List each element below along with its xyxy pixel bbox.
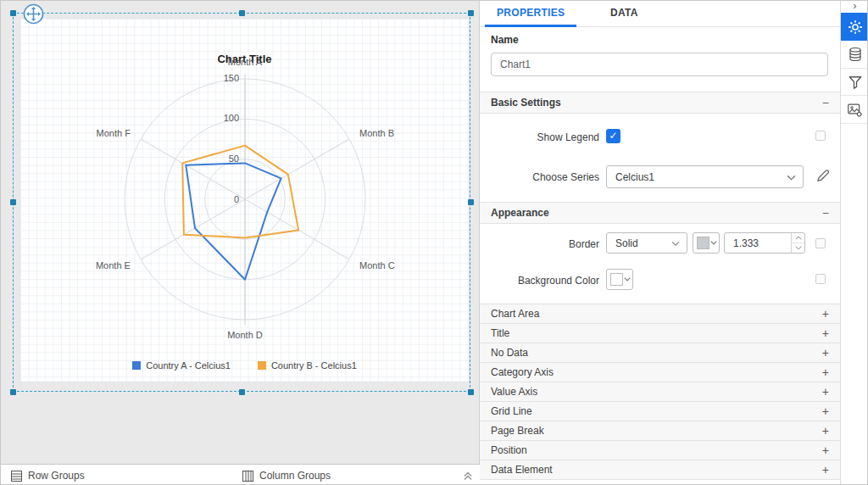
resize-handle-nw[interactable] [10, 10, 16, 16]
chevron-down-icon [787, 175, 796, 181]
border-width-value: 1.333 [733, 237, 759, 249]
row-groups-label: Row Groups [28, 470, 85, 482]
expand-icon[interactable]: + [822, 443, 829, 457]
expand-icon[interactable]: + [822, 404, 829, 418]
value-tick-label: 150 [224, 73, 239, 83]
accordion-section-chart-area[interactable]: Chart Area+ [480, 304, 840, 324]
spinner-up-icon[interactable] [792, 233, 804, 243]
panel-tabbar: PROPERTIES DATA [480, 1, 840, 27]
accordion-section-page-break[interactable]: Page Break+ [480, 421, 840, 441]
accordion-section-value-axis[interactable]: Value Axis+ [480, 382, 840, 402]
database-icon [848, 47, 863, 62]
filter-button[interactable] [841, 69, 868, 96]
move-icon[interactable] [22, 3, 45, 25]
axis-spoke [141, 139, 245, 199]
value-tick-label: 100 [224, 113, 239, 123]
section-basic-settings[interactable]: Basic Settings − [480, 92, 840, 114]
choose-series-dropdown[interactable]: Celcius1 [606, 165, 804, 188]
chevron-down-icon [710, 241, 717, 245]
row-groups[interactable]: Row Groups [11, 465, 85, 485]
show-legend-expression-box[interactable] [815, 131, 826, 141]
chart-legend: Country A - Celcius1Country B - Celcius1 [20, 360, 469, 371]
border-width-input[interactable]: 1.333 [724, 232, 805, 254]
tab-properties[interactable]: PROPERTIES [485, 1, 576, 27]
grouping-bar: Row Groups Column Groups [1, 464, 480, 485]
data-source-button[interactable] [841, 41, 868, 69]
resize-handle-e[interactable] [468, 199, 474, 205]
category-label: Month B [359, 128, 394, 138]
accordion-section-no-data[interactable]: No Data+ [480, 343, 840, 363]
image-gear-icon [847, 102, 863, 118]
properties-gear-button[interactable] [841, 13, 868, 41]
show-legend-checkbox[interactable]: ✓ [606, 129, 620, 143]
border-style-value: Solid [615, 237, 638, 249]
expand-icon[interactable]: + [822, 424, 829, 438]
border-width-spinner [791, 233, 804, 253]
accordion-section-label: Position [491, 444, 527, 456]
series-polygon-country-a-celcius1[interactable] [186, 163, 281, 279]
background-color-swatch [610, 273, 623, 286]
category-label: Month A [228, 57, 263, 67]
expand-icon[interactable]: + [822, 463, 829, 477]
category-label: Month D [227, 330, 263, 340]
legend-swatch [258, 361, 266, 370]
expand-icon[interactable]: + [822, 385, 829, 399]
background-color-picker[interactable] [606, 269, 633, 290]
category-label: Month C [359, 260, 395, 270]
panel-collapse-chevron-icon[interactable]: › [841, 1, 868, 13]
expand-icon[interactable]: + [822, 365, 829, 379]
accordion-section-position[interactable]: Position+ [480, 441, 840, 460]
resize-handle-s[interactable] [239, 389, 245, 395]
design-canvas[interactable]: Chart Title 050100150Month AMonth BMonth… [1, 1, 480, 464]
collapse-groups-icon[interactable] [462, 470, 474, 482]
report-page[interactable]: Chart Title 050100150Month AMonth BMonth… [19, 18, 470, 382]
expand-icon[interactable]: + [822, 307, 829, 321]
column-groups-icon [242, 471, 253, 482]
accordion-section-title[interactable]: Title+ [480, 324, 840, 343]
accordion-section-label: Data Element [491, 464, 553, 476]
value-tick-label: 0 [234, 194, 239, 204]
accordion-section-data-element[interactable]: Data Element+ [480, 460, 840, 480]
legend-swatch [132, 361, 141, 370]
accordion-section-label: No Data [491, 347, 528, 359]
column-groups[interactable]: Column Groups [242, 465, 331, 485]
accordion-section-category-axis[interactable]: Category Axis+ [480, 363, 840, 382]
border-style-dropdown[interactable]: Solid [606, 232, 687, 254]
border-expression-box[interactable] [815, 238, 826, 248]
section-appearance[interactable]: Appearance − [480, 202, 840, 224]
resize-handle-sw[interactable] [10, 389, 16, 395]
choose-series-label: Choose Series [480, 171, 599, 183]
name-input[interactable] [491, 53, 828, 76]
resize-handle-n[interactable] [239, 10, 245, 16]
collapse-icon[interactable]: − [822, 96, 829, 109]
background-color-expression-box[interactable] [815, 274, 826, 284]
chevron-down-icon [671, 241, 680, 246]
accordion-section-label: Value Axis [491, 386, 537, 398]
tab-data[interactable]: DATA [598, 1, 650, 27]
radar-chart[interactable]: 050100150Month AMonth BMonth CMonth DMon… [20, 19, 470, 383]
spinner-down-icon[interactable] [792, 243, 804, 254]
border-color-swatch [697, 237, 709, 249]
border-label: Border [480, 238, 599, 250]
expand-icon[interactable]: + [822, 346, 829, 360]
border-color-picker[interactable] [693, 232, 720, 254]
check-icon: ✓ [609, 130, 617, 142]
resize-handle-se[interactable] [468, 389, 474, 395]
expand-icon[interactable]: + [822, 326, 829, 340]
accordion-section-grid-line[interactable]: Grid Line+ [480, 402, 840, 421]
accordion-section-label: Grid Line [491, 405, 532, 417]
accordion-section-label: Chart Area [491, 308, 539, 320]
image-settings-button[interactable] [841, 96, 868, 124]
resize-handle-w[interactable] [10, 199, 16, 205]
accordion-list: Chart Area+Title+No Data+Category Axis+V… [480, 304, 840, 480]
legend-label: Country A - Celcius1 [146, 360, 231, 371]
chevron-down-icon [624, 277, 631, 282]
column-groups-label: Column Groups [259, 470, 331, 482]
side-toolbar: › [840, 1, 868, 485]
legend-label: Country B - Celcius1 [271, 360, 357, 371]
collapse-icon[interactable]: − [822, 206, 829, 220]
edit-series-pencil-icon[interactable] [815, 168, 831, 183]
resize-handle-ne[interactable] [468, 10, 474, 16]
accordion-section-label: Page Break [491, 425, 544, 437]
filter-funnel-icon [848, 75, 863, 90]
